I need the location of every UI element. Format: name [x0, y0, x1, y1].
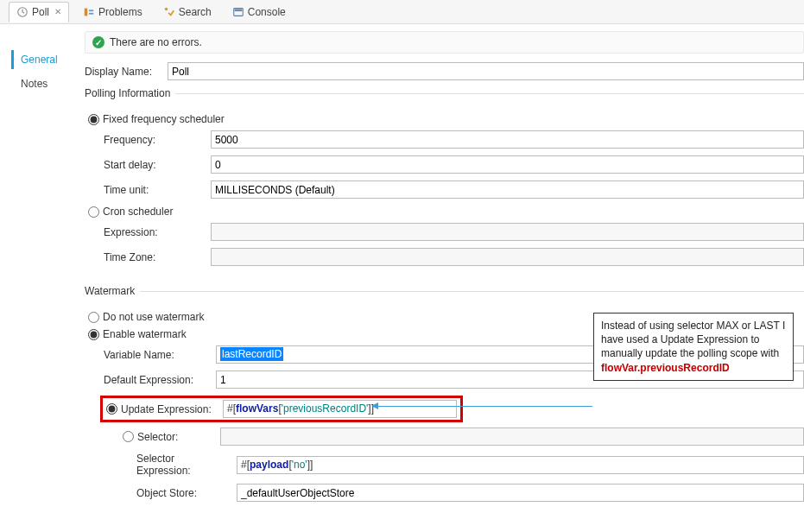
polling-legend: Polling Information	[85, 87, 175, 99]
selector-label: Selector:	[137, 431, 220, 443]
svg-rect-3	[89, 12, 93, 14]
svg-point-4	[164, 7, 168, 10]
radio-fixed-scheduler[interactable]: Fixed frequency scheduler	[85, 113, 804, 125]
status-message: There are no errors.	[110, 36, 202, 48]
console-icon	[232, 6, 244, 18]
status-bar: ✓ There are no errors.	[85, 31, 804, 54]
freq-input[interactable]	[211, 130, 804, 149]
cron-tz-label: Time Zone:	[104, 251, 211, 263]
svg-rect-6	[234, 9, 242, 11]
selexpr-label: Selector Expression:	[136, 453, 237, 477]
arrow-left-icon	[371, 402, 378, 409]
selexpr-input[interactable]: #[payload['no']]	[237, 456, 804, 474]
radio-cron-scheduler[interactable]: Cron scheduler	[85, 206, 804, 218]
startdelay-label: Start delay:	[104, 159, 211, 171]
selector-input[interactable]	[220, 428, 804, 446]
freq-label: Frequency:	[104, 134, 211, 146]
tab-search[interactable]: Search	[156, 3, 218, 22]
varname-value: lastRecordID	[220, 347, 283, 361]
content-area: General Notes ✓ There are no errors. Dis…	[0, 24, 804, 532]
radio-cron-input[interactable]	[88, 206, 99, 218]
update-expression-highlight: Update Expression: #[flowVars['previousR…	[100, 396, 463, 422]
callout-text: Instead of using selector MAX or LAST I …	[601, 320, 785, 359]
clock-icon	[16, 6, 28, 18]
startdelay-input[interactable]	[211, 155, 804, 174]
display-name-row: Display Name:	[85, 62, 804, 80]
radio-no-watermark-label: Do not use watermark	[103, 311, 204, 323]
tab-bar: Poll ✕ Problems Search Console	[0, 0, 804, 24]
cron-expr-label: Expression:	[104, 226, 211, 238]
updateexpr-label: Update Expression:	[121, 403, 223, 415]
cron-expr-input[interactable]	[211, 223, 804, 241]
radio-update-expr[interactable]	[106, 403, 117, 415]
timeunit-input[interactable]	[211, 180, 804, 199]
main-panel: ✓ There are no errors. Display Name: Pol…	[74, 24, 804, 532]
radio-enable-watermark-label: Enable watermark	[103, 328, 187, 340]
ok-icon: ✓	[92, 36, 104, 48]
timeunit-label: Time unit:	[104, 184, 211, 196]
varname-label: Variable Name:	[104, 349, 216, 361]
radio-enable-watermark-input[interactable]	[88, 329, 99, 340]
updateexpr-input[interactable]: #[flowVars['previousRecordID']]	[223, 400, 457, 418]
polling-fieldset: Polling Information Fixed frequency sche…	[85, 87, 804, 278]
sidenav-notes[interactable]: Notes	[14, 74, 74, 93]
problems-icon	[83, 6, 95, 18]
display-name-input[interactable]	[168, 62, 804, 80]
radio-selector[interactable]	[123, 431, 134, 442]
display-name-label: Display Name:	[85, 66, 168, 78]
svg-rect-1	[85, 8, 88, 16]
radio-cron-label: Cron scheduler	[103, 206, 173, 218]
annotation-callout: Instead of using selector MAX or LAST I …	[593, 313, 794, 381]
side-nav: General Notes	[0, 24, 74, 532]
cron-tz-input[interactable]	[211, 248, 804, 266]
objstore-label: Object Store:	[136, 487, 237, 499]
callout-flowvar: flowVar.previousRecordID	[601, 362, 730, 374]
search-icon	[163, 6, 175, 18]
tab-search-label: Search	[179, 6, 212, 18]
radio-no-watermark-input[interactable]	[88, 312, 99, 323]
watermark-legend: Watermark	[85, 285, 140, 297]
tab-problems-label: Problems	[98, 6, 142, 18]
radio-fixed-input[interactable]	[88, 114, 99, 125]
sidenav-general[interactable]: General	[11, 50, 74, 69]
objstore-input[interactable]	[237, 484, 804, 502]
defexpr-label: Default Expression:	[104, 374, 216, 386]
tab-poll[interactable]: Poll ✕	[9, 2, 69, 22]
close-icon[interactable]: ✕	[54, 7, 61, 16]
tab-console[interactable]: Console	[225, 3, 293, 22]
tab-poll-label: Poll	[32, 6, 49, 18]
tab-console-label: Console	[248, 6, 286, 18]
radio-fixed-label: Fixed frequency scheduler	[103, 113, 225, 125]
svg-rect-2	[89, 10, 93, 11]
tab-problems[interactable]: Problems	[76, 3, 149, 22]
callout-arrow-line	[375, 406, 592, 407]
